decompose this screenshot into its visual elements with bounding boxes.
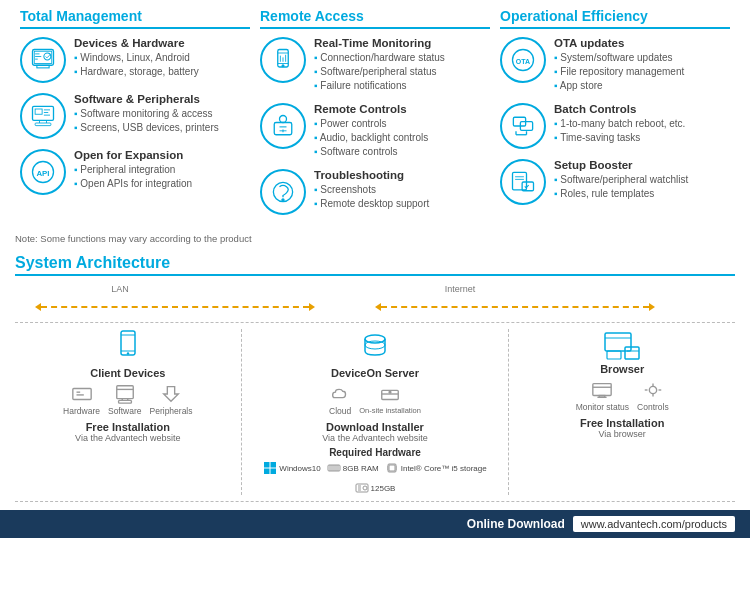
server-label: DeviceOn Server xyxy=(331,367,419,379)
ota-updates-text: OTA updates System/software updates File… xyxy=(554,37,684,93)
required-hardware: Required Hardware Windows10 xyxy=(252,447,499,495)
svg-point-25 xyxy=(280,116,287,123)
lan-label: LAN xyxy=(35,284,205,294)
svg-rect-24 xyxy=(274,123,292,135)
svg-rect-51 xyxy=(118,400,131,403)
feature-troubleshooting: Troubleshooting Screenshots Remote deskt… xyxy=(260,169,490,215)
batch-controls-icon xyxy=(500,103,546,149)
col1-title: Total Management xyxy=(20,8,250,29)
devices-hardware-text: Devices & Hardware Windows, Linux, Andro… xyxy=(74,37,199,79)
software-peripherals-icon xyxy=(20,93,66,139)
browser-icon: Browser xyxy=(600,329,644,375)
hw-ram: 8GB RAM xyxy=(327,461,379,475)
svg-point-58 xyxy=(389,391,391,393)
note: Note: Some functions may vary according … xyxy=(15,233,735,244)
feature-remote-controls: Remote Controls Power controls Audio, ba… xyxy=(260,103,490,159)
svg-rect-8 xyxy=(35,109,42,114)
browser-sub-items: Monitor status Controls xyxy=(576,379,669,412)
devices-hardware-icon xyxy=(20,37,66,83)
cloud-sub: Cloud xyxy=(329,383,351,416)
arch-title: System Architecture xyxy=(15,254,735,276)
svg-point-45 xyxy=(127,352,129,354)
remote-controls-icon xyxy=(260,103,306,149)
software-peripherals-text: Software & Peripherals Software monitori… xyxy=(74,93,219,135)
onsite-sub: On-site installation xyxy=(359,383,421,416)
peripherals-sub: Peripherals xyxy=(150,383,193,416)
svg-rect-7 xyxy=(33,106,54,120)
server-icon: DeviceOn Server xyxy=(331,329,419,379)
svg-rect-83 xyxy=(607,351,621,359)
browser-label: Browser xyxy=(600,363,644,375)
browser-install: Free Installation Via browser xyxy=(580,417,664,439)
svg-text:API: API xyxy=(36,169,49,178)
svg-rect-60 xyxy=(271,462,277,468)
remote-controls-text: Remote Controls Power controls Audio, ba… xyxy=(314,103,428,159)
svg-rect-70 xyxy=(389,465,395,471)
hw-windows: Windows10 xyxy=(263,461,320,475)
feature-open-expansion: API Open for Expansion Peripheral integr… xyxy=(20,149,250,195)
svg-rect-12 xyxy=(35,123,51,126)
realtime-monitoring-text: Real-Time Monitoring Connection/hardware… xyxy=(314,37,445,93)
internet-label: Internet xyxy=(375,284,545,294)
feature-realtime-monitoring: Real-Time Monitoring Connection/hardware… xyxy=(260,37,490,93)
ota-updates-icon: OTA xyxy=(500,37,546,83)
batch-controls-text: Batch Controls 1-to-many batch reboot, e… xyxy=(554,103,685,145)
realtime-monitoring-icon xyxy=(260,37,306,83)
svg-text:OTA: OTA xyxy=(516,58,530,65)
server-sub-items: Cloud On-site installation xyxy=(329,383,421,416)
svg-point-20 xyxy=(282,65,284,67)
feature-batch-controls: Batch Controls 1-to-many batch reboot, e… xyxy=(500,103,730,149)
bottom-bar: Online Download www.advantech.com/produc… xyxy=(0,510,750,538)
col2-title: Remote Access xyxy=(260,8,490,29)
open-expansion-icon: API xyxy=(20,149,66,195)
client-label: Client Devices xyxy=(90,367,165,379)
feature-setup-booster: Setup Booster Software/peripheral watchl… xyxy=(500,159,730,205)
online-download-label: Online Download xyxy=(467,517,565,531)
setup-booster-icon xyxy=(500,159,546,205)
hw-req-items: Windows10 8GB RAM xyxy=(252,461,499,495)
hw-storage: 125GB xyxy=(355,481,396,495)
svg-rect-49 xyxy=(116,386,133,399)
controls-sub: Controls xyxy=(637,379,669,412)
svg-rect-38 xyxy=(513,172,527,190)
troubleshooting-icon xyxy=(260,169,306,215)
col3-title: Operational Efficiency xyxy=(500,8,730,29)
client-install: Free Installation Via the Advantech webs… xyxy=(75,421,180,443)
svg-rect-2 xyxy=(37,65,49,68)
download-url: www.advantech.com/products xyxy=(573,516,735,532)
svg-rect-59 xyxy=(264,462,270,468)
svg-point-55 xyxy=(365,341,385,349)
svg-rect-85 xyxy=(593,384,611,396)
svg-point-89 xyxy=(649,386,656,393)
open-expansion-text: Open for Expansion Peripheral integratio… xyxy=(74,149,192,191)
svg-point-76 xyxy=(363,486,367,490)
svg-rect-75 xyxy=(356,484,368,492)
monitor-sub: Monitor status xyxy=(576,379,629,412)
client-device-icon: Client Devices xyxy=(90,329,165,379)
feature-devices-hardware: Devices & Hardware Windows, Linux, Andro… xyxy=(20,37,250,83)
hardware-sub: Hardware xyxy=(63,383,100,416)
svg-rect-46 xyxy=(72,389,90,400)
svg-rect-80 xyxy=(605,333,631,351)
feature-software-peripherals: Software & Peripherals Software monitori… xyxy=(20,93,250,139)
server-install: Download Installer Via the Advantech web… xyxy=(322,421,427,443)
feature-ota-updates: OTA OTA updates System/software updates … xyxy=(500,37,730,93)
troubleshooting-text: Troubleshooting Screenshots Remote deskt… xyxy=(314,169,429,211)
svg-point-30 xyxy=(282,199,284,201)
hw-cpu: Intel® Core™ i5 storage xyxy=(385,461,487,475)
svg-rect-62 xyxy=(271,469,277,475)
svg-rect-61 xyxy=(264,469,270,475)
svg-rect-82 xyxy=(625,347,639,359)
client-sub-items: Hardware Software Peri xyxy=(63,383,192,416)
svg-point-6 xyxy=(44,53,51,60)
software-sub: Software xyxy=(108,383,142,416)
setup-booster-text: Setup Booster Software/peripheral watchl… xyxy=(554,159,688,201)
